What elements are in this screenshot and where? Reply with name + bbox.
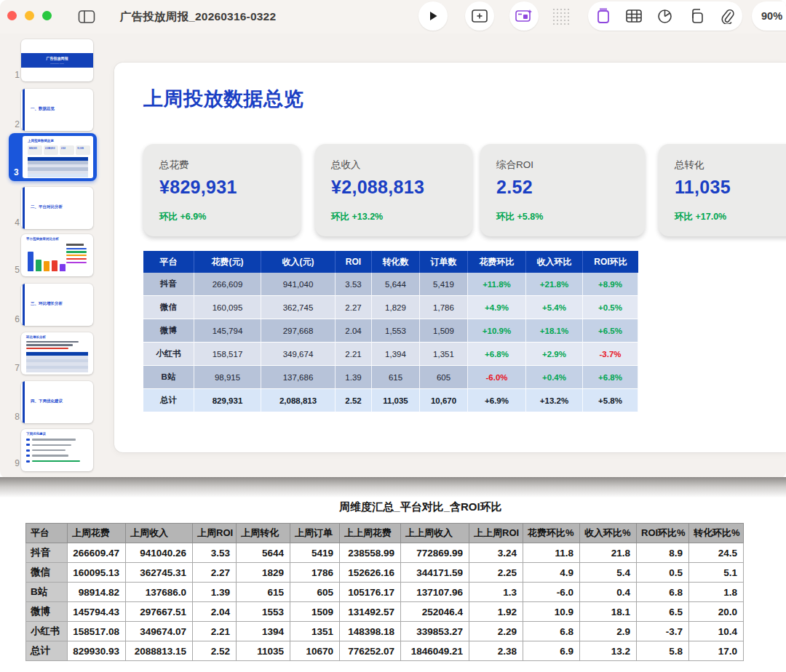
mini-slide-preview: 上周投放数据总览 829,931 2,088,813 2.52 11,035 [23,136,93,178]
slide-thumbnail-3-selected[interactable]: 3 上周投放数据总览 829,931 2,088,813 2.52 11,035 [9,133,97,181]
kpi-delta: 环比 +13.2% [331,211,383,223]
mini-chart-legend [66,244,87,265]
kpi-value: 2.52 [496,177,645,198]
paperclip-icon[interactable] [720,8,734,24]
column-header: 平台 [26,524,68,543]
slide-thumbnail-6[interactable]: 三、环比增长分析 [21,284,93,326]
mini-list [26,439,80,465]
close-window-button[interactable] [7,11,17,20]
dot-grid-icon[interactable] [548,4,574,30]
kpi-card-total-revenue[interactable]: 总收入 ¥2,088,813 环比 +13.2% [315,144,472,236]
kpi-card-total-spend[interactable]: 总花费 ¥829,931 环比 +6.9% [143,144,301,236]
slide-number: 4 [11,217,20,228]
mini-section-label: 一、数据总览 [31,106,55,111]
table-row: 微博145794.43297667.512.0415531509131492.5… [26,602,744,622]
kpi-label: 综合ROI [496,159,645,172]
kpi-value: ¥2,088,813 [331,177,472,198]
mini-table [26,352,88,372]
slide-number: 3 [14,167,19,177]
table-row: B站98914.82137686.01.39615605105176.17137… [26,583,744,602]
sheet-title: 周维度汇总_平台对比_含ROI环比 [55,500,786,514]
column-header: 收入环比 [526,251,583,273]
insert-tools-group [588,1,742,31]
ai-slide-button[interactable] [509,1,539,31]
platform-overview-table[interactable]: 平台花费(元)收入(元)ROI转化数订单数花费环比收入环比ROI环比 抖音266… [143,251,638,412]
sidebar-toggle-icon[interactable] [77,8,96,25]
kpi-delta: 环比 +17.0% [675,211,726,223]
table-row: 总计829930.932088813.152.52110351067077625… [26,641,744,661]
column-header: 花费环比 [468,251,526,273]
header-row: 平台花费(元)收入(元)ROI转化数订单数花费环比收入环比ROI环比 [143,251,638,273]
slide-thumbnail-9[interactable]: 下周优化建议 [21,429,93,471]
mini-section-label: 三、环比增长分析 [31,301,63,306]
kpi-card-total-conversions[interactable]: 总转化 11,035 环比 +17.0% [659,144,786,236]
column-header: 上周收入 [126,524,193,543]
kpi-label: 总转化 [675,159,786,172]
column-header: 收入(元) [261,251,336,273]
table-row: 微信160,095362,7452.271,8291,786+4.9%+5.4%… [143,296,638,319]
slide-thumbnail-5[interactable]: 平台投放效果对比分析 [21,234,93,276]
fullscreen-window-button[interactable] [42,11,52,20]
slide-title[interactable]: 上周投放数据总览 [143,86,303,112]
window-shadow [0,477,786,499]
text-box-icon[interactable] [596,8,611,24]
kpi-card-roi[interactable]: 综合ROI 2.52 环比 +5.8% [480,144,645,236]
table-row: 小红书158,517349,6742.211,3941,351+6.8%+2.9… [143,343,638,366]
table-row: B站98,915137,6861.39615605-6.0%+0.4%+6.8% [143,366,638,389]
table-row: 微博145,794297,6682.041,5531,509+10.9%+18.… [143,319,638,343]
table-row: 小红书158517.08349674.072.2113941351148398.… [26,622,744,641]
kpi-label: 总花费 [159,159,301,172]
slide-thumbnail-7[interactable]: 环比增长分析 [21,332,93,375]
kpi-value: ¥829,931 [159,177,301,198]
screen: 广告投放周报_20260316-0322 [0,0,786,672]
column-header: 平台 [143,251,194,273]
mini-text-lines [26,341,79,351]
column-header: 花费(元) [194,251,261,273]
weekly-summary-table: 平台上周花费上周收入上周ROI上周转化上周订单上上周花费上上周收入上上周ROI花… [25,523,744,661]
column-header: 收入环比% [580,524,637,543]
zoom-control[interactable]: 90% [752,1,786,31]
mini-table-title: 环比增长分析 [26,335,46,339]
slide-number: 8 [11,412,20,422]
column-header: 上上周ROI [469,524,523,543]
kpi-delta: 环比 +5.8% [496,211,543,223]
presentation-app-window: 广告投放周报_20260316-0322 [0,0,786,479]
add-slide-button[interactable] [465,1,494,31]
column-header: 上上周花费 [340,524,401,543]
slide-thumbnail-2[interactable]: 一、数据总览 [21,89,93,131]
column-header: ROI环比% [637,524,689,543]
column-header: 上周ROI [193,524,237,543]
shapes-icon[interactable] [688,9,704,23]
slide-canvas[interactable]: 上周投放数据总览 总花费 ¥829,931 环比 +6.9% 总收入 ¥2,08… [114,63,786,452]
slide-thumbnail-4[interactable]: 二、平台对比分析 [21,187,93,229]
column-header: ROI [336,251,372,273]
slide-thumbnail-1[interactable]: 广告投放周报 ———— —— [21,39,93,81]
column-header: 转化环比% [689,524,744,543]
zoom-level-label: 90% [752,10,782,22]
kpi-value: 11,035 [675,177,786,198]
table-row: 抖音266,609941,0403.535,6445,419+11.8%+21.… [143,273,638,296]
kpi-delta: 环比 +6.9% [159,211,206,223]
column-header: 上周转化 [237,524,290,543]
column-header: 转化数 [372,251,420,273]
mini-section-label: 四、下周优化建议 [31,399,63,404]
slide-number: 5 [11,265,20,275]
slide-number: 6 [11,314,20,324]
column-header: 花费环比% [523,524,580,543]
column-header: 订单数 [420,251,468,273]
column-header: 上上周收入 [401,524,469,543]
mini-list-title: 下周优化建议 [26,432,46,436]
play-button[interactable] [418,1,448,31]
table-row: 总计829,9312,088,8132.5211,03510,670+6.9%+… [143,389,638,412]
column-header: 上周订单 [290,524,340,543]
column-header: ROI环比 [583,251,638,273]
kpi-label: 总收入 [331,159,472,172]
document-title: 广告投放周报_20260316-0322 [120,9,276,25]
pie-chart-icon[interactable] [657,9,672,24]
slide-thumbnail-8[interactable]: 四、下周优化建议 [21,381,93,423]
slide-number: 1 [11,70,20,80]
header-row: 平台上周花费上周收入上周ROI上周转化上周订单上上周花费上上周收入上上周ROI花… [26,524,744,543]
minimize-window-button[interactable] [25,11,34,20]
table-icon[interactable] [626,9,642,23]
slide-number: 7 [11,363,20,373]
